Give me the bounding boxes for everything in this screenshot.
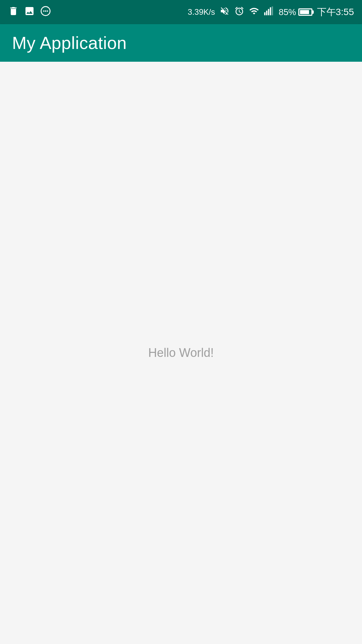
app-bar: My Application — [0, 24, 362, 62]
svg-rect-6 — [268, 9, 269, 15]
signal-icon — [264, 6, 274, 18]
image-icon — [24, 6, 35, 19]
app-bar-title: My Application — [12, 33, 127, 53]
svg-rect-5 — [266, 10, 267, 15]
svg-point-1 — [43, 10, 45, 12]
svg-rect-7 — [270, 7, 272, 15]
status-bar-left-icons — [8, 6, 51, 19]
battery-indicator: 85% — [279, 7, 312, 17]
hello-world-text: Hello World! — [148, 346, 214, 360]
alarm-icon — [234, 6, 244, 18]
status-time: 下午3:55 — [317, 6, 354, 18]
battery-percent: 85% — [279, 7, 296, 17]
svg-rect-8 — [272, 6, 273, 15]
battery-icon — [298, 8, 312, 16]
status-bar-right-icons: 3.39K/s — [188, 6, 354, 18]
main-content: Hello World! — [0, 62, 362, 644]
status-bar: 3.39K/s — [0, 0, 362, 24]
more-icon — [40, 6, 51, 19]
mute-icon — [220, 6, 230, 18]
network-speed: 3.39K/s — [188, 7, 215, 17]
trash-icon — [8, 6, 19, 19]
svg-point-3 — [47, 10, 48, 12]
svg-rect-4 — [264, 12, 266, 15]
svg-point-2 — [45, 10, 46, 12]
wifi-icon — [249, 6, 259, 18]
